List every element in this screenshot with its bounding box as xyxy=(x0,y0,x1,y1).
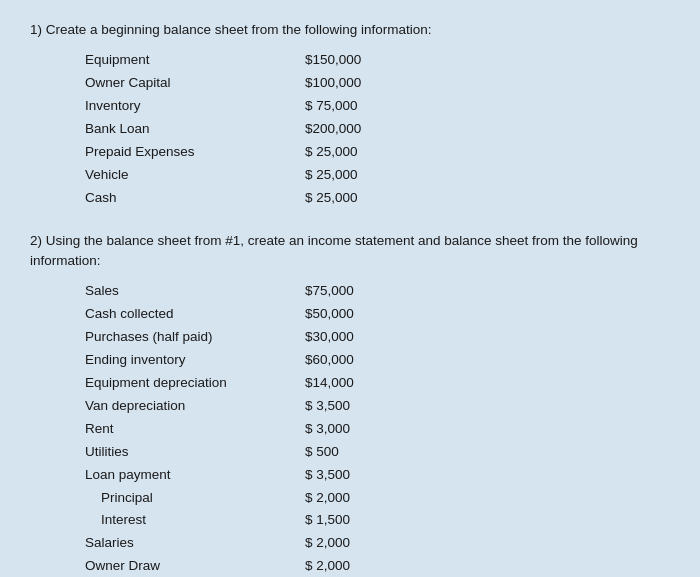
row-value: $ 75,000 xyxy=(305,96,405,117)
row-label: Purchases (half paid) xyxy=(85,327,305,348)
table-row: Loan payment$ 3,500 xyxy=(85,465,670,486)
question-1-header: 1) Create a beginning balance sheet from… xyxy=(30,20,670,40)
question-2-number: 2) xyxy=(30,233,42,248)
row-label: Equipment depreciation xyxy=(85,373,305,394)
row-label: Equipment xyxy=(85,50,305,71)
table-row: Ending inventory$60,000 xyxy=(85,350,670,371)
question-1-number: 1) xyxy=(30,22,42,37)
row-value: $200,000 xyxy=(305,119,405,140)
row-label: Rent xyxy=(85,419,305,440)
row-value: $150,000 xyxy=(305,50,405,71)
question-2-table: Sales$75,000Cash collected$50,000Purchas… xyxy=(85,281,670,577)
table-row: Cash collected$50,000 xyxy=(85,304,670,325)
table-row: Equipment$150,000 xyxy=(85,50,670,71)
row-value: $50,000 xyxy=(305,304,405,325)
row-value: $30,000 xyxy=(305,327,405,348)
question-1-table: Equipment$150,000Owner Capital$100,000In… xyxy=(85,50,670,208)
row-label: Bank Loan xyxy=(85,119,305,140)
row-label: Principal xyxy=(85,488,305,509)
table-row: Equipment depreciation$14,000 xyxy=(85,373,670,394)
table-row: Vehicle$ 25,000 xyxy=(85,165,670,186)
row-value: $60,000 xyxy=(305,350,405,371)
table-row: Bank Loan$200,000 xyxy=(85,119,670,140)
question-2-header: 2) Using the balance sheet from #1, crea… xyxy=(30,231,670,272)
row-label: Sales xyxy=(85,281,305,302)
table-row: Interest$ 1,500 xyxy=(85,510,670,531)
row-label: Owner Capital xyxy=(85,73,305,94)
table-row: Cash$ 25,000 xyxy=(85,188,670,209)
row-label: Salaries xyxy=(85,533,305,554)
table-row: Inventory$ 75,000 xyxy=(85,96,670,117)
table-row: Purchases (half paid)$30,000 xyxy=(85,327,670,348)
row-label: Loan payment xyxy=(85,465,305,486)
row-value: $ 2,000 xyxy=(305,556,405,577)
row-value: $ 2,000 xyxy=(305,533,405,554)
question-2-text: Using the balance sheet from #1, create … xyxy=(30,233,638,268)
row-label: Cash xyxy=(85,188,305,209)
row-label: Van depreciation xyxy=(85,396,305,417)
table-row: Sales$75,000 xyxy=(85,281,670,302)
table-row: Owner Draw$ 2,000 xyxy=(85,556,670,577)
question-1-instruction: Create a beginning balance sheet from th… xyxy=(46,22,432,37)
row-value: $ 2,000 xyxy=(305,488,405,509)
row-value: $100,000 xyxy=(305,73,405,94)
row-value: $14,000 xyxy=(305,373,405,394)
row-label: Vehicle xyxy=(85,165,305,186)
row-value: $ 3,500 xyxy=(305,396,405,417)
table-row: Van depreciation$ 3,500 xyxy=(85,396,670,417)
row-value: $ 3,000 xyxy=(305,419,405,440)
row-label: Owner Draw xyxy=(85,556,305,577)
table-row: Rent$ 3,000 xyxy=(85,419,670,440)
row-label: Ending inventory xyxy=(85,350,305,371)
row-value: $ 500 xyxy=(305,442,405,463)
row-label: Cash collected xyxy=(85,304,305,325)
row-value: $ 3,500 xyxy=(305,465,405,486)
table-row: Utilities$ 500 xyxy=(85,442,670,463)
table-row: Owner Capital$100,000 xyxy=(85,73,670,94)
row-value: $75,000 xyxy=(305,281,405,302)
row-value: $ 25,000 xyxy=(305,142,405,163)
table-row: Prepaid Expenses$ 25,000 xyxy=(85,142,670,163)
row-value: $ 25,000 xyxy=(305,188,405,209)
row-label: Prepaid Expenses xyxy=(85,142,305,163)
question-2: 2) Using the balance sheet from #1, crea… xyxy=(30,231,670,577)
question-1: 1) Create a beginning balance sheet from… xyxy=(30,20,670,209)
table-row: Salaries$ 2,000 xyxy=(85,533,670,554)
row-label: Inventory xyxy=(85,96,305,117)
row-value: $ 1,500 xyxy=(305,510,405,531)
row-label: Interest xyxy=(85,510,305,531)
row-label: Utilities xyxy=(85,442,305,463)
table-row: Principal$ 2,000 xyxy=(85,488,670,509)
row-value: $ 25,000 xyxy=(305,165,405,186)
